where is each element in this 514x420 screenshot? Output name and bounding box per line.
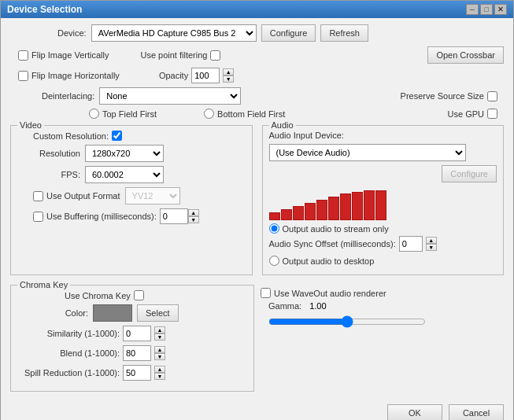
audio-configure-button[interactable]: Configure <box>442 165 497 182</box>
spill-label: Spill Reduction (1-1000): <box>17 368 120 378</box>
gamma-slider[interactable] <box>268 315 426 328</box>
select-color-button[interactable]: Select <box>137 304 179 322</box>
color-label: Color: <box>17 308 88 318</box>
audio-section: Audio Audio Input Device: (Use Device Au… <box>262 125 505 275</box>
opacity-up-button[interactable]: ▲ <box>223 68 234 76</box>
opacity-input[interactable]: 100 <box>191 68 220 83</box>
gamma-slider-track <box>268 315 426 330</box>
gamma-slider-container <box>261 315 504 330</box>
audio-bar-2 <box>281 209 292 220</box>
cancel-button[interactable]: Cancel <box>449 404 504 420</box>
blend-spinner: ▲ ▼ <box>154 346 165 360</box>
open-crossbar-button[interactable]: Open Crossbar <box>427 46 504 64</box>
flip-vertically-label: Flip Image Vertically <box>31 50 109 60</box>
gamma-value: 1.00 <box>309 301 326 311</box>
waveout-label: Use WaveOut audio renderer <box>274 289 386 298</box>
gamma-row: Gamma: 1.00 <box>268 301 504 311</box>
fps-label: FPS: <box>17 170 80 179</box>
resolution-select[interactable]: 1280x720 <box>85 145 164 162</box>
sections-row: Video Custom Resolution: Resolution 1280… <box>10 125 504 275</box>
fps-select[interactable]: 60.0002 <box>85 166 164 183</box>
flip-vertically-checkbox[interactable] <box>18 50 28 61</box>
blend-row: Blend (1-1000): ▲ ▼ <box>17 345 247 361</box>
gamma-label: Gamma: <box>268 301 301 311</box>
use-gpu-label: Use GPU <box>448 109 484 119</box>
blend-label: Blend (1-1000): <box>17 348 120 358</box>
waveout-gamma-section: Use WaveOut audio renderer Gamma: 1.00 <box>261 280 504 392</box>
device-label: Device: <box>57 28 87 38</box>
use-chroma-key-row: Use Chroma Key <box>17 290 247 300</box>
bottom-field-first-label: Bottom Field First <box>217 109 285 119</box>
custom-resolution-checkbox[interactable] <box>112 131 122 141</box>
title-bar-buttons: ─ □ ✕ <box>466 4 507 15</box>
blend-input[interactable] <box>123 345 151 361</box>
device-selection-dialog: Device Selection ─ □ ✕ Device: AVerMedia… <box>0 0 514 420</box>
video-section-title: Video <box>17 120 44 130</box>
dialog-content: Device: AVerMedia HD Capture C985 Bus 2 … <box>1 18 513 398</box>
custom-resolution-row: Custom Resolution: <box>17 131 246 141</box>
color-swatch <box>93 304 132 322</box>
blend-down-btn[interactable]: ▼ <box>154 353 165 360</box>
output-stream-label: Output audio to stream only <box>283 224 389 234</box>
sync-offset-spinner: ▲ ▼ <box>426 237 437 251</box>
use-chroma-key-checkbox[interactable] <box>134 290 144 300</box>
configure-device-button[interactable]: Configure <box>261 24 316 42</box>
output-desktop-row: Output audio to desktop <box>269 256 497 266</box>
audio-bar-7 <box>340 193 351 220</box>
preserve-source-label: Preserve Source Size <box>401 91 484 101</box>
use-point-filtering-checkbox[interactable] <box>210 50 220 61</box>
maximize-button[interactable]: □ <box>480 4 493 15</box>
output-format-select[interactable]: YV12 <box>125 187 180 204</box>
refresh-button[interactable]: Refresh <box>320 24 368 42</box>
blend-up-btn[interactable]: ▲ <box>154 346 165 353</box>
audio-bar-10 <box>375 190 386 220</box>
buffering-input[interactable] <box>160 208 188 224</box>
ok-button[interactable]: OK <box>387 404 442 420</box>
deinterlacing-select[interactable]: None Blend Bob <box>99 87 241 105</box>
title-bar: Device Selection ─ □ ✕ <box>1 1 513 18</box>
sync-offset-row: Audio Sync Offset (milliseconds): ▲ ▼ <box>269 236 497 252</box>
resolution-label: Resolution <box>17 149 80 158</box>
sync-offset-input[interactable] <box>399 236 423 252</box>
sync-offset-label: Audio Sync Offset (milliseconds): <box>269 239 396 249</box>
audio-bar-6 <box>328 197 339 220</box>
device-row: Device: AVerMedia HD Capture C985 Bus 2 … <box>10 24 504 42</box>
waveout-checkbox[interactable] <box>261 288 271 298</box>
flip-horizontally-checkbox[interactable] <box>18 71 28 81</box>
audio-device-select[interactable]: (Use Device Audio) <box>269 144 466 161</box>
buffering-up-button[interactable]: ▲ <box>188 209 199 216</box>
opacity-down-button[interactable]: ▼ <box>223 76 234 83</box>
minimize-button[interactable]: ─ <box>466 4 479 15</box>
close-button[interactable]: ✕ <box>494 4 507 15</box>
use-buffering-checkbox[interactable] <box>33 212 43 222</box>
sync-up-button[interactable]: ▲ <box>426 237 437 244</box>
audio-device-row: Audio Input Device: <box>269 131 497 140</box>
similarity-down-btn[interactable]: ▼ <box>154 333 165 341</box>
device-select[interactable]: AVerMedia HD Capture C985 Bus 2 <box>91 24 257 42</box>
use-gpu-checkbox[interactable] <box>487 109 497 119</box>
spill-down-btn[interactable]: ▼ <box>154 373 165 380</box>
similarity-input[interactable] <box>123 326 151 341</box>
spill-input[interactable] <box>123 365 151 381</box>
similarity-up-btn[interactable]: ▲ <box>154 326 165 333</box>
bottom-field-first-radio[interactable] <box>204 109 214 119</box>
sync-down-button[interactable]: ▼ <box>426 244 437 251</box>
audio-section-title: Audio <box>269 120 296 130</box>
audio-bar-1 <box>269 212 280 220</box>
deinterlacing-label: Deinterlacing: <box>42 91 94 101</box>
preserve-source-checkbox[interactable] <box>487 91 497 101</box>
buffering-down-button[interactable]: ▼ <box>188 216 199 223</box>
chroma-key-title: Chroma Key <box>17 280 70 289</box>
use-point-filtering-label: Use point filtering <box>140 50 207 60</box>
use-output-format-checkbox[interactable] <box>33 191 43 201</box>
dialog-title: Device Selection <box>7 4 82 15</box>
output-stream-radio[interactable] <box>269 223 279 234</box>
output-desktop-radio[interactable] <box>269 256 279 266</box>
waveout-row: Use WaveOut audio renderer <box>261 288 504 298</box>
audio-bar-9 <box>364 190 375 220</box>
top-field-first-radio[interactable] <box>89 109 99 119</box>
chroma-key-section: Chroma Key Use Chroma Key Color: Select … <box>10 285 254 392</box>
spill-up-btn[interactable]: ▲ <box>154 366 165 373</box>
spill-row: Spill Reduction (1-1000): ▲ ▼ <box>17 365 247 381</box>
bottom-sections: Chroma Key Use Chroma Key Color: Select … <box>10 280 504 392</box>
